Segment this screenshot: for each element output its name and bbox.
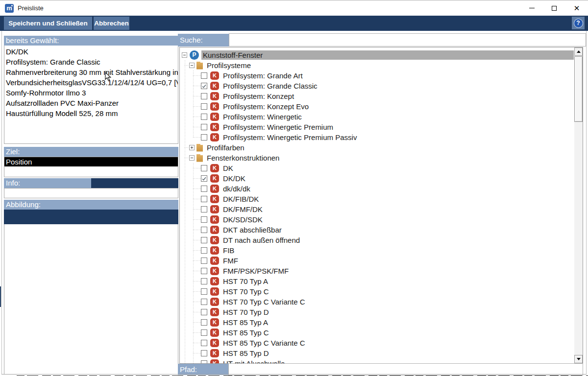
checkbox-unchecked[interactable]	[201, 268, 207, 274]
tree-row[interactable]: Fensterkonstruktionen	[180, 153, 574, 163]
tree-row[interactable]: KProfilsystem: Winergetic Premium	[180, 122, 574, 132]
tree-row[interactable]: KDK/SD/SDK	[180, 214, 574, 225]
checkbox-checked[interactable]	[201, 83, 207, 89]
checkbox-checked[interactable]	[201, 175, 207, 182]
tree-row[interactable]: KProfilsystem: Konzept	[180, 91, 574, 101]
checkbox-unchecked[interactable]	[201, 124, 207, 130]
selected-item[interactable]: Rahmenverbreiterung 30 mm mit Stahlverst…	[4, 67, 178, 77]
help-icon: ?	[574, 19, 583, 28]
tree-row[interactable]: KFMF/PSK/PSK/FMF	[180, 266, 574, 276]
checkbox-unchecked[interactable]	[201, 186, 207, 192]
checkbox-unchecked[interactable]	[201, 258, 207, 264]
window-border-left	[1, 31, 2, 375]
tree-row[interactable]: KHST 70 Typ D	[180, 307, 574, 317]
tree-row[interactable]: Profilsysteme	[180, 60, 574, 70]
save-and-close-button[interactable]: Speichern und Schließen	[4, 17, 92, 30]
close-button[interactable]: ✕	[565, 0, 588, 16]
close-icon: ✕	[574, 4, 580, 12]
selected-list: DK/DKProfilsystem: Grande ClassicRahmenv…	[4, 46, 178, 144]
checkbox-unchecked[interactable]	[201, 247, 207, 254]
minimize-button[interactable]	[520, 0, 543, 16]
tree-row[interactable]: Kdk/dk/dk	[180, 184, 574, 194]
tree-row[interactable]: KProfilsystem: Grande Classic	[180, 81, 574, 91]
cancel-button[interactable]: Abbrechen	[94, 17, 129, 30]
tree-row[interactable]: KHST 85 Typ C	[180, 328, 574, 338]
tree-row[interactable]: PKunststoff-Fenster	[180, 50, 574, 60]
selected-item[interactable]: DK/DK	[4, 47, 178, 57]
tree-row[interactable]: KDK/FIB/DK	[180, 194, 574, 204]
tree-label: HST 85 Typ C Variante C	[221, 338, 307, 348]
tree-row[interactable]: KHST 70 Typ C	[180, 286, 574, 297]
tree-row[interactable]: KDK/DK	[180, 173, 574, 184]
checkbox-unchecked[interactable]	[201, 237, 207, 243]
scroll-down-button[interactable]	[574, 355, 583, 363]
checkbox-unchecked[interactable]	[201, 72, 207, 79]
scrollbar-thumb[interactable]	[574, 56, 583, 122]
search-input[interactable]	[229, 33, 586, 47]
tree-row[interactable]: KHST 70 Typ A	[180, 276, 574, 286]
expand-plus-icon[interactable]	[189, 145, 195, 150]
selected-item[interactable]: VerbundsicherheitsglasVSG33.1/12/4/12/4 …	[4, 77, 178, 88]
collapse-minus-icon[interactable]	[189, 155, 195, 161]
tree-row[interactable]: Profilfarben	[180, 142, 574, 153]
tree-row[interactable]: KFIB	[180, 245, 574, 256]
article-icon: K	[210, 92, 219, 100]
tree-row[interactable]: KDK/FMF/DK	[180, 204, 574, 214]
checkbox-unchecked[interactable]	[201, 299, 207, 305]
help-button[interactable]: ?	[572, 17, 585, 29]
checkbox-unchecked[interactable]	[201, 227, 207, 233]
tree-row[interactable]: KHST 85 Typ C Variante C	[180, 338, 574, 348]
tree-row[interactable]: KHST 70 Typ C Variante C	[180, 297, 574, 307]
article-icon: K	[210, 82, 219, 90]
checkbox-unchecked[interactable]	[201, 319, 207, 326]
collapse-minus-icon[interactable]	[189, 63, 195, 68]
tree-row[interactable]: KProfilsystem: Winergetic	[180, 112, 574, 122]
article-icon: K	[210, 359, 219, 364]
tree-row[interactable]: KHST 85 Typ A	[180, 317, 574, 328]
tree-row[interactable]: KDT nach außen öffnend	[180, 235, 574, 245]
checkbox-unchecked[interactable]	[201, 114, 207, 120]
selected-item[interactable]: Haustürfüllung Modell 525, 28 mm	[4, 108, 178, 118]
app-icon: m	[5, 4, 14, 13]
collapse-minus-icon[interactable]	[182, 52, 187, 58]
checkbox-unchecked[interactable]	[201, 134, 207, 141]
checkbox-unchecked[interactable]	[201, 103, 207, 110]
tree-row[interactable]: KProfilsystem: Konzept Evo	[180, 101, 574, 112]
selected-item[interactable]: Profilsystem: Grande Classic	[4, 57, 178, 67]
tree-row[interactable]: KDK	[180, 163, 574, 173]
tree-row[interactable]: KFMF	[180, 256, 574, 266]
tree-label: FMF/PSK/PSK/FMF	[221, 266, 290, 276]
tree-label: DK/FMF/DK	[221, 205, 264, 214]
tree-row[interactable]: KProfilsystem: Grande Art	[180, 70, 574, 81]
checkbox-unchecked[interactable]	[201, 288, 207, 295]
checkbox-unchecked[interactable]	[201, 206, 207, 212]
tree-row[interactable]: KHST 85 Typ D	[180, 348, 574, 358]
checkbox-unchecked[interactable]	[201, 216, 207, 223]
checkbox-unchecked[interactable]	[201, 360, 207, 364]
article-icon: K	[210, 318, 219, 327]
article-icon: K	[210, 287, 219, 296]
article-icon: K	[210, 246, 219, 255]
checkbox-unchecked[interactable]	[201, 329, 207, 336]
abbildung-preview-box	[4, 210, 178, 224]
info-value-box	[91, 178, 178, 188]
selected-item[interactable]: Aufsatzrollladen PVC Maxi-Panzer	[4, 98, 178, 108]
tree-scrollbar[interactable]	[574, 47, 583, 363]
article-icon: K	[210, 226, 219, 234]
checkbox-unchecked[interactable]	[201, 309, 207, 315]
checkbox-unchecked[interactable]	[201, 340, 207, 346]
checkbox-unchecked[interactable]	[201, 93, 207, 99]
checkbox-unchecked[interactable]	[201, 350, 207, 356]
ziel-selected-row[interactable]: Position	[4, 157, 178, 166]
tree-row[interactable]: KProfilsystem: Winergetic Premium Passiv	[180, 132, 574, 142]
tree-row[interactable]: KDKT abschließbar	[180, 225, 574, 235]
article-icon: K	[210, 215, 219, 224]
scroll-up-button[interactable]	[574, 47, 583, 56]
selected-item[interactable]: Somfy-Rohrmotor Ilmo 3	[4, 88, 178, 98]
checkbox-unchecked[interactable]	[201, 278, 207, 284]
product-group-icon: P	[190, 50, 199, 60]
maximize-button[interactable]	[543, 0, 565, 16]
checkbox-unchecked[interactable]	[201, 196, 207, 202]
checkbox-unchecked[interactable]	[201, 165, 207, 171]
maximize-icon	[552, 6, 557, 11]
